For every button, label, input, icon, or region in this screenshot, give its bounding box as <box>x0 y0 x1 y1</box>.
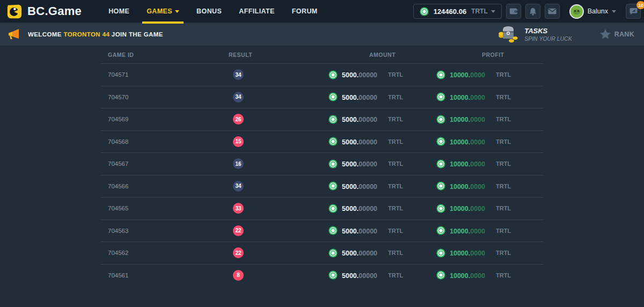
bell-icon <box>529 8 537 16</box>
chevron-down-icon <box>175 10 179 13</box>
profit-cell: 10000.0000 TRTL <box>436 203 544 213</box>
table-row[interactable]: 704561 8 5000.00000 TRTL 10000.0000 TRTL <box>100 264 544 287</box>
game-id: 704567 <box>100 160 229 167</box>
treasure-chest-icon <box>497 25 520 43</box>
tasks-link[interactable]: TASKS SPIN YOUR LUCK <box>497 25 572 43</box>
table-row[interactable]: 704571 34 5000.00000 TRTL 10000.0000 TRT… <box>100 63 544 86</box>
nav-games[interactable]: GAMES <box>138 0 188 23</box>
result-badge: 34 <box>233 181 244 192</box>
trtl-coin-icon <box>436 226 445 235</box>
amount-currency: TRTL <box>388 160 403 167</box>
amount-cell: 5000.00000 TRTL <box>328 137 436 147</box>
nav-forum[interactable]: FORUM <box>283 0 326 23</box>
profit-cell: 10000.0000 TRTL <box>436 248 544 258</box>
col-game-id: GAME ID <box>100 52 229 58</box>
game-id: 704568 <box>100 138 229 145</box>
avatar <box>569 4 584 19</box>
profit-cell: 10000.0000 TRTL <box>436 181 544 191</box>
profit-cell: 10000.0000 TRTL <box>436 70 544 79</box>
result-badge: 22 <box>233 247 244 258</box>
balance-amount: 124460.06 <box>434 8 466 16</box>
amount-cell: 5000.00000 TRTL <box>328 92 436 102</box>
table-row[interactable]: 704562 22 5000.00000 TRTL 10000.0000 TRT… <box>100 242 544 264</box>
trtl-coin-icon <box>328 137 338 146</box>
game-id: 704561 <box>100 272 229 279</box>
nav-affiliate[interactable]: AFFILIATE <box>230 0 283 23</box>
user-name: Balunx <box>588 8 608 15</box>
result-badge: 22 <box>233 225 244 236</box>
trtl-coin-icon <box>436 159 445 169</box>
star-icon <box>600 29 611 39</box>
amount-currency: TRTL <box>388 272 403 279</box>
rank-link[interactable]: RANK <box>600 29 634 39</box>
table-row[interactable]: 704567 16 5000.00000 TRTL 10000.0000 TRT… <box>100 152 544 175</box>
game-id: 704566 <box>100 183 229 189</box>
bet-history-table: GAME ID RESULT AMOUNT PROFIT 704571 34 5… <box>100 46 544 286</box>
chat-button[interactable]: 10 <box>626 4 641 19</box>
profit-cell: 10000.0000 TRTL <box>436 92 544 102</box>
table-header-row: GAME ID RESULT AMOUNT PROFIT <box>100 46 544 63</box>
tasks-title: TASKS <box>524 27 572 35</box>
col-amount: AMOUNT <box>328 52 436 58</box>
trtl-coin-icon <box>436 181 445 191</box>
game-id: 704563 <box>100 228 229 234</box>
profit-cell: 10000.0000 TRTL <box>436 226 544 236</box>
game-id: 704565 <box>100 205 229 211</box>
trtl-coin-icon <box>420 7 429 16</box>
balance-currency: TRTL <box>471 8 488 15</box>
mail-button[interactable] <box>545 4 560 19</box>
game-id: 704570 <box>100 94 229 100</box>
trtl-coin-icon <box>436 271 445 280</box>
user-menu[interactable]: Balunx <box>569 4 616 19</box>
table-row[interactable]: 704563 22 5000.00000 TRTL 10000.0000 TRT… <box>100 220 544 242</box>
table-row[interactable]: 704569 26 5000.00000 TRTL 10000.0000 TRT… <box>100 108 544 130</box>
profit-cell: 10000.0000 TRTL <box>436 137 544 147</box>
table-body: 704571 34 5000.00000 TRTL 10000.0000 TRT… <box>100 63 544 286</box>
amount-currency: TRTL <box>388 183 403 189</box>
trtl-coin-icon <box>328 248 338 258</box>
amount-cell: 5000.00000 TRTL <box>328 114 436 124</box>
nav-bonus[interactable]: BONUS <box>188 0 230 23</box>
wallet-button[interactable] <box>506 4 521 19</box>
nav-home[interactable]: HOME <box>100 0 138 23</box>
trtl-coin-icon <box>436 70 445 79</box>
result-badge: 26 <box>233 114 244 125</box>
col-profit: PROFIT <box>436 52 544 58</box>
game-id: 704569 <box>100 116 229 122</box>
amount-cell: 5000.00000 TRTL <box>328 70 436 79</box>
amount-cell: 5000.00000 TRTL <box>328 271 436 280</box>
profit-currency: TRTL <box>496 71 511 78</box>
profit-currency: TRTL <box>496 250 511 256</box>
table-row[interactable]: 704570 34 5000.00000 TRTL 10000.0000 TRT… <box>100 86 544 108</box>
logo-text: BC.Game <box>27 4 82 18</box>
result-badge: 34 <box>233 69 244 80</box>
col-result: RESULT <box>229 52 328 58</box>
trtl-coin-icon <box>436 204 445 213</box>
welcome-username: TORONTON 44 <box>63 31 109 38</box>
chat-bubble-icon <box>630 8 638 15</box>
profit-currency: TRTL <box>496 205 511 211</box>
trtl-coin-icon <box>328 226 338 235</box>
notifications-button[interactable] <box>525 4 540 19</box>
profit-cell: 10000.0000 TRTL <box>436 159 544 169</box>
result-badge: 33 <box>233 203 244 214</box>
balance-selector[interactable]: 124460.06 TRTL <box>413 4 502 19</box>
amount-currency: TRTL <box>388 205 403 211</box>
logo[interactable]: BC.Game <box>6 3 82 19</box>
trtl-coin-icon <box>436 92 445 101</box>
chevron-down-icon <box>491 10 495 13</box>
table-row[interactable]: 704566 34 5000.00000 TRTL 10000.0000 TRT… <box>100 175 544 198</box>
profit-currency: TRTL <box>496 183 511 189</box>
trtl-coin-icon <box>328 159 338 169</box>
amount-currency: TRTL <box>388 228 403 234</box>
profit-currency: TRTL <box>496 94 511 100</box>
wallet-icon <box>509 8 518 15</box>
table-row[interactable]: 704565 33 5000.00000 TRTL 10000.0000 TRT… <box>100 197 544 220</box>
table-row[interactable]: 704568 15 5000.00000 TRTL 10000.0000 TRT… <box>100 130 544 153</box>
trtl-coin-icon <box>328 70 338 79</box>
amount-cell: 5000.00000 TRTL <box>328 159 436 169</box>
amount-cell: 5000.00000 TRTL <box>328 203 436 213</box>
rank-label: RANK <box>614 31 634 38</box>
profit-currency: TRTL <box>496 138 511 145</box>
trtl-coin-icon <box>328 115 338 124</box>
